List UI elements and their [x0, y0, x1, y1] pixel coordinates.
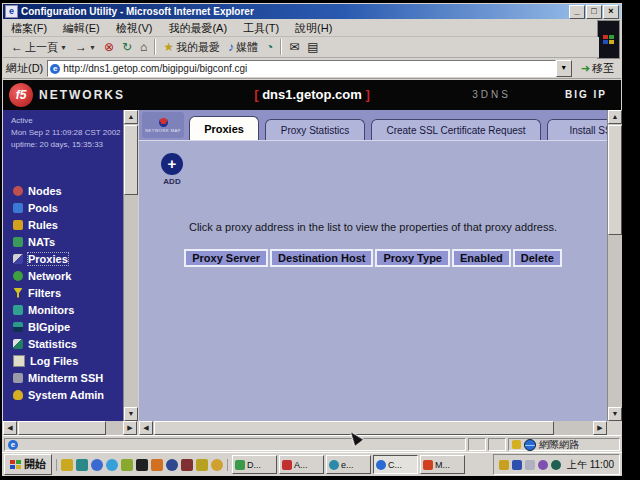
tab-strip: NETWORK MAP Proxies Proxy Statistics Cre… — [139, 110, 607, 140]
window-titlebar[interactable]: e Configuration Utility - Microsoft Inte… — [3, 4, 621, 19]
tray-icon-2[interactable] — [512, 460, 522, 470]
column-header-enabled[interactable]: Enabled — [452, 249, 511, 267]
windows-flag-icon — [603, 35, 614, 44]
sidebar-item-monitors[interactable]: Monitors — [13, 301, 104, 318]
start-button[interactable]: 開始 — [4, 454, 52, 475]
quicklaunch-icon-5[interactable] — [121, 459, 133, 471]
quicklaunch-icon-11[interactable] — [211, 459, 223, 471]
network-map-icon — [159, 118, 168, 127]
scroll-left-icon[interactable]: ◀ — [3, 421, 17, 435]
print-button[interactable]: ▤ — [303, 40, 322, 54]
tab-create-ssl-certificate-request[interactable]: Create SSL Certificate Request — [371, 119, 541, 140]
favorites-button[interactable]: ★ 我的最愛 — [159, 39, 224, 56]
history-button[interactable]: ◔ — [262, 40, 277, 54]
sidebar-item-bigpipe[interactable]: BIGpipe — [13, 318, 104, 335]
address-input[interactable]: e http://dns1.getop.com/bigipgui/bigconf… — [47, 60, 556, 77]
task-button-5[interactable]: M... — [420, 455, 465, 474]
column-header-proxy-server[interactable]: Proxy Server — [184, 249, 268, 267]
quicklaunch-icon-8[interactable] — [166, 459, 178, 471]
scroll-up-icon[interactable]: ▲ — [608, 110, 622, 124]
sidebar-vertical-scrollbar[interactable]: ▲ ▼ — [123, 110, 138, 421]
quicklaunch-icon-4[interactable] — [106, 459, 118, 471]
home-button[interactable]: ⌂ — [136, 40, 151, 54]
system-status: Active Mon Sep 2 11:09:28 CST 2002 uptim… — [11, 115, 121, 151]
tab-proxies[interactable]: Proxies — [189, 116, 259, 140]
task-button-3[interactable]: e... — [326, 455, 371, 474]
address-dropdown-icon[interactable]: ▼ — [556, 60, 572, 77]
menu-edit[interactable]: 編輯(E) — [55, 21, 108, 36]
sidebar-item-filters[interactable]: Filters — [13, 284, 104, 301]
scroll-down-icon[interactable]: ▼ — [124, 407, 138, 421]
sidebar-item-pools[interactable]: Pools — [13, 199, 104, 216]
sidebar-item-rules[interactable]: Rules — [13, 216, 104, 233]
sidebar-horizontal-scrollbar[interactable]: ◀ ▶ — [3, 421, 137, 435]
column-header-proxy-type[interactable]: Proxy Type — [375, 249, 450, 267]
back-dropdown-icon[interactable]: ▼ — [60, 44, 67, 51]
sidebar-item-proxies[interactable]: Proxies — [13, 250, 104, 267]
quicklaunch-icon-6[interactable] — [136, 459, 148, 471]
quicklaunch-icon-7[interactable] — [151, 459, 163, 471]
column-header-delete[interactable]: Delete — [513, 249, 562, 267]
forward-button[interactable]: → ▼ — [71, 40, 100, 54]
tray-icon-3[interactable] — [525, 460, 535, 470]
quicklaunch-icon-10[interactable] — [196, 459, 208, 471]
scroll-left-icon[interactable]: ◀ — [139, 421, 153, 435]
back-button[interactable]: ← 上一頁 ▼ — [7, 39, 71, 56]
scroll-up-icon[interactable]: ▲ — [124, 110, 138, 124]
maximize-button[interactable]: □ — [586, 5, 602, 19]
scroll-thumb[interactable] — [18, 421, 106, 435]
forward-dropdown-icon[interactable]: ▼ — [89, 44, 96, 51]
status-uptime: uptime: 20 days, 15:35:33 — [11, 139, 121, 151]
sidebar-item-network[interactable]: Network — [13, 267, 104, 284]
task-button-1[interactable]: D... — [232, 455, 277, 474]
go-button[interactable]: ➜ 移至 — [577, 61, 618, 76]
scroll-right-icon[interactable]: ▶ — [123, 421, 137, 435]
sidebar-item-mindterm-ssh[interactable]: Mindterm SSH — [13, 369, 104, 386]
close-button[interactable]: × — [603, 5, 619, 19]
content-horizontal-scrollbar[interactable]: ◀ ▶ — [139, 421, 607, 435]
media-button[interactable]: ♪ 媒體 — [224, 39, 262, 56]
link-3dns[interactable]: 3DNS — [472, 89, 511, 100]
column-header-destination-host[interactable]: Destination Host — [270, 249, 373, 267]
stop-button[interactable]: ⊗ — [100, 40, 118, 54]
task-button-4-active[interactable]: C... — [373, 455, 418, 474]
sidebar-item-nats[interactable]: NATs — [13, 233, 104, 250]
menu-favorites[interactable]: 我的最愛(A) — [160, 21, 235, 36]
minimize-button[interactable]: _ — [569, 5, 585, 19]
mail-button[interactable]: ✉ — [285, 40, 303, 54]
sidebar-item-system-admin[interactable]: System Admin — [13, 386, 104, 403]
scroll-down-icon[interactable]: ▼ — [608, 407, 622, 421]
scroll-thumb[interactable] — [124, 125, 138, 195]
menu-file[interactable]: 檔案(F) — [3, 21, 55, 36]
tray-icon-5[interactable] — [551, 460, 561, 470]
add-button[interactable]: + — [161, 153, 183, 175]
menu-tools[interactable]: 工具(T) — [235, 21, 287, 36]
scroll-thumb[interactable] — [608, 125, 622, 235]
sidebar-item-statistics[interactable]: Statistics — [13, 335, 104, 352]
sidebar-item-nodes[interactable]: Nodes — [13, 182, 104, 199]
tray-icon-4[interactable] — [538, 460, 548, 470]
tray-icon-1[interactable] — [499, 460, 509, 470]
tab-install-ssl-certificate[interactable]: Install SSL Certificate — [547, 119, 607, 140]
sidebar-item-logfiles[interactable]: Log Files — [13, 352, 104, 369]
task-button-2[interactable]: A... — [279, 455, 324, 474]
taskbar-clock: 上午 11:00 — [567, 458, 614, 472]
quicklaunch-icon-1[interactable] — [61, 459, 73, 471]
menu-help[interactable]: 說明(H) — [287, 21, 340, 36]
refresh-button[interactable]: ↻ — [118, 40, 136, 54]
tab-proxy-statistics[interactable]: Proxy Statistics — [265, 119, 365, 140]
go-arrow-icon: ➜ — [581, 62, 590, 75]
scroll-right-icon[interactable]: ▶ — [593, 421, 607, 435]
sidebar-item-label: System Admin — [28, 389, 104, 401]
instruction-text: Click a proxy address in the list to vie… — [139, 221, 607, 233]
link-bigip[interactable]: BIG IP — [565, 89, 607, 100]
quicklaunch-icon-2[interactable] — [76, 459, 88, 471]
status-main-pane: e — [4, 438, 466, 451]
network-map-button[interactable]: NETWORK MAP — [142, 112, 184, 138]
content-vertical-scrollbar[interactable]: ▲ ▼ — [607, 110, 622, 421]
menu-view[interactable]: 檢視(V) — [108, 21, 161, 36]
address-bar: 網址(D) e http://dns1.getop.com/bigipgui/b… — [3, 59, 621, 79]
task-icon — [235, 460, 245, 470]
quicklaunch-icon-3[interactable] — [91, 459, 103, 471]
quicklaunch-icon-9[interactable] — [181, 459, 193, 471]
